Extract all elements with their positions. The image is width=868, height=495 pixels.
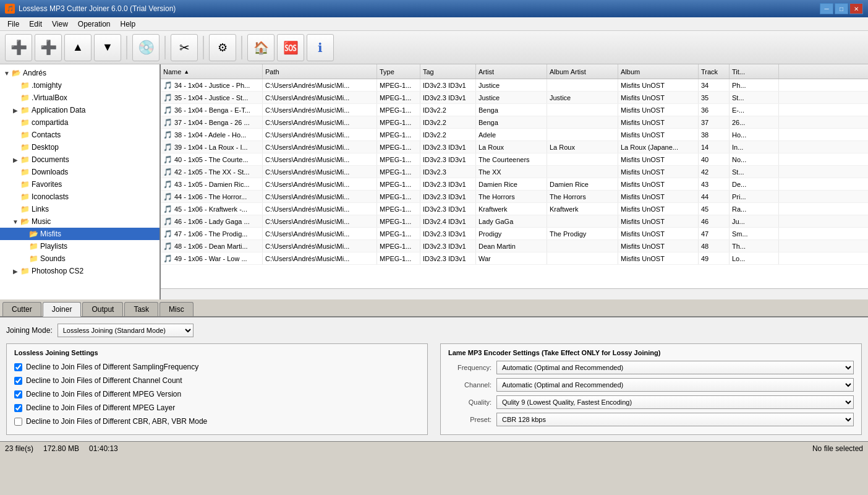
cell-type: MPEG-1... xyxy=(377,228,420,239)
tab-output[interactable]: Output xyxy=(82,302,123,316)
quality-select[interactable]: Qulity 9 (Lowest Quality, Fastest Encodi… xyxy=(496,395,854,409)
table-row[interactable]: 🎵 47 - 1x06 - The Prodig... C:\Users\And… xyxy=(161,228,868,240)
table-row[interactable]: 🎵 35 - 1x04 - Justice - St... C:\Users\A… xyxy=(161,92,868,104)
toggle-appdata: ▶ xyxy=(11,107,20,114)
checkbox-mpeg-layer[interactable] xyxy=(14,404,22,412)
help-button[interactable]: 🆘 xyxy=(277,34,304,61)
mp3-icon: 🎵 xyxy=(163,131,172,139)
col-header-track[interactable]: Track xyxy=(699,64,730,79)
cell-name: 🎵 48 - 1x06 - Dean Marti... xyxy=(161,240,263,252)
table-row[interactable]: 🎵 42 - 1x05 - The XX - St... C:\Users\An… xyxy=(161,166,868,178)
file-list-body[interactable]: 🎵 34 - 1x04 - Justice - Ph... C:\Users\A… xyxy=(161,79,868,288)
add-file-button[interactable]: ➕ xyxy=(5,34,32,61)
menu-view[interactable]: View xyxy=(47,19,73,30)
mp3-icon: 🎵 xyxy=(163,118,172,127)
tree-item-virtualbox[interactable]: 📁 .VirtualBox xyxy=(0,92,160,104)
tab-cutter[interactable]: Cutter xyxy=(2,302,41,316)
tab-task[interactable]: Task xyxy=(124,302,158,316)
table-row[interactable]: 🎵 37 - 1x04 - Benga - 26 ... C:\Users\An… xyxy=(161,116,868,129)
col-header-albumartist[interactable]: Album Artist xyxy=(547,64,618,79)
tree-item-downloads[interactable]: 📁 Downloads xyxy=(0,166,160,178)
add-folder-button[interactable]: ➕ xyxy=(35,34,62,61)
tree-item-playlists[interactable]: 📁 Playlists xyxy=(0,240,160,252)
file-tree[interactable]: ▼ 📂 Andrés 📁 .tomighty 📁 .VirtualBox ▶ 📁… xyxy=(0,64,161,299)
cell-path: C:\Users\Andrés\Music\Mi... xyxy=(263,104,377,116)
cell-artist: War xyxy=(476,252,547,264)
tree-item-desktop[interactable]: 📁 Desktop xyxy=(0,141,160,153)
checkbox-mpeg-version[interactable] xyxy=(14,390,22,398)
cell-name: 🎵 38 - 1x04 - Adele - Ho... xyxy=(161,129,263,140)
tree-item-sounds[interactable]: 📁 Sounds xyxy=(0,252,160,265)
checkbox-cbr-abr[interactable] xyxy=(14,418,22,426)
move-down-button[interactable]: ▼ xyxy=(94,34,121,61)
table-row[interactable]: 🎵 43 - 1x05 - Damien Ric... C:\Users\And… xyxy=(161,178,868,191)
cell-artist: Benga xyxy=(476,104,547,116)
tree-item-tomighty[interactable]: 📁 .tomighty xyxy=(0,79,160,92)
table-row[interactable]: 🎵 40 - 1x05 - The Courte... C:\Users\And… xyxy=(161,153,868,166)
cell-track: 43 xyxy=(699,178,730,190)
tree-label-iconoclasts: Iconoclasts xyxy=(32,192,69,201)
tree-item-photoshop[interactable]: ▶ 📁 Photoshop CS2 xyxy=(0,265,160,277)
menu-edit[interactable]: Edit xyxy=(24,19,47,30)
checkbox-sampling[interactable] xyxy=(14,363,22,371)
info-button[interactable]: ℹ xyxy=(307,34,334,61)
checkbox-channel[interactable] xyxy=(14,377,22,385)
maximize-button[interactable]: □ xyxy=(835,3,848,14)
table-row[interactable]: 🎵 49 - 1x06 - War - Low ... C:\Users\And… xyxy=(161,252,868,265)
tree-item-compartida[interactable]: 📁 compartida xyxy=(0,116,160,129)
col-header-type[interactable]: Type xyxy=(377,64,420,79)
col-header-title[interactable]: Tit... xyxy=(730,64,779,79)
home-button[interactable]: 🏠 xyxy=(247,34,274,61)
preset-select[interactable]: CBR 128 kbps xyxy=(496,413,854,426)
cell-album: La Roux (Japane... xyxy=(618,141,699,153)
cell-artist: Damien Rice xyxy=(476,178,547,190)
table-row[interactable]: 🎵 39 - 1x04 - La Roux - I... C:\Users\An… xyxy=(161,141,868,153)
tree-item-appdata[interactable]: ▶ 📁 Application Data xyxy=(0,104,160,116)
hscroll-area[interactable] xyxy=(161,288,868,299)
col-header-artist[interactable]: Artist xyxy=(476,64,547,79)
tree-item-music[interactable]: ▼ 📂 Music xyxy=(0,215,160,228)
cell-albumartist: The Prodigy xyxy=(547,228,618,239)
col-header-album[interactable]: Album xyxy=(618,64,699,79)
cell-albumartist: Justice xyxy=(547,92,618,103)
table-row[interactable]: 🎵 34 - 1x04 - Justice - Ph... C:\Users\A… xyxy=(161,79,868,92)
joining-mode-select[interactable]: Lossless Joining (Standard Mode) Lossy J… xyxy=(57,324,194,337)
cell-tag: ID3v2.2 xyxy=(420,104,476,116)
col-header-tag[interactable]: Tag xyxy=(420,64,476,79)
cell-track: 35 xyxy=(699,92,730,103)
col-header-path[interactable]: Path xyxy=(263,64,377,79)
table-row[interactable]: 🎵 48 - 1x06 - Dean Marti... C:\Users\And… xyxy=(161,240,868,252)
tree-item-misfits[interactable]: 📂 Misfits xyxy=(0,228,160,240)
table-row[interactable]: 🎵 36 - 1x04 - Benga - E-T... C:\Users\An… xyxy=(161,104,868,116)
join-button[interactable]: ⚙ xyxy=(209,34,236,61)
table-row[interactable]: 🎵 46 - 1x06 - Lady Gaga ... C:\Users\And… xyxy=(161,215,868,228)
move-up-button[interactable]: ▲ xyxy=(64,34,91,61)
tree-item-documents[interactable]: ▶ 📁 Documents xyxy=(0,153,160,166)
tree-item-iconoclasts[interactable]: 📁 Iconoclasts xyxy=(0,191,160,203)
sort-arrow-name: ▲ xyxy=(184,69,189,75)
disc-button[interactable]: 💿 xyxy=(132,34,160,61)
table-row[interactable]: 🎵 38 - 1x04 - Adele - Ho... C:\Users\And… xyxy=(161,129,868,141)
menu-help[interactable]: Help xyxy=(116,19,141,30)
menu-file[interactable]: File xyxy=(2,19,24,30)
frequency-select[interactable]: Automatic (Optimal and Recommended) xyxy=(496,361,854,374)
tree-item-contacts[interactable]: 📁 Contacts xyxy=(0,129,160,141)
checkbox-row-mpeg-layer: Decline to Join Files of Different MPEG … xyxy=(14,401,420,415)
cell-path: C:\Users\Andrés\Music\Mi... xyxy=(263,129,377,140)
tab-misc[interactable]: Misc xyxy=(160,302,194,316)
col-header-name[interactable]: Name ▲ xyxy=(161,64,263,79)
tree-root-andres[interactable]: ▼ 📂 Andrés xyxy=(0,67,160,79)
tree-item-favorites[interactable]: 📁 Favorites xyxy=(0,178,160,191)
cut-button[interactable]: ✂ xyxy=(171,34,198,61)
channel-select[interactable]: Automatic (Optimal and Recommended) xyxy=(496,378,854,392)
table-row[interactable]: 🎵 45 - 1x06 - Kraftwerk -... C:\Users\An… xyxy=(161,203,868,215)
close-button[interactable]: ✕ xyxy=(849,3,863,14)
tab-joiner[interactable]: Joiner xyxy=(43,302,82,317)
statusbar-left: 23 file(s) 172.80 MB 01:40:13 xyxy=(5,444,118,453)
table-row[interactable]: 🎵 44 - 1x06 - The Horror... C:\Users\And… xyxy=(161,191,868,203)
tree-item-links[interactable]: 📁 Links xyxy=(0,203,160,215)
minimize-button[interactable]: ─ xyxy=(820,3,833,14)
cell-type: MPEG-1... xyxy=(377,79,420,91)
menu-operation[interactable]: Operation xyxy=(73,19,116,30)
cell-path: C:\Users\Andrés\Music\Mi... xyxy=(263,116,377,128)
